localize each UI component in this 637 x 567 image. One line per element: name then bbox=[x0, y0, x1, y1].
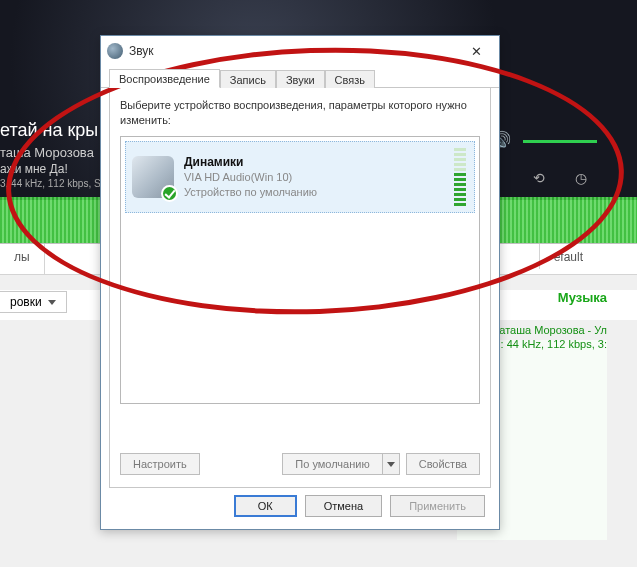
level-meter bbox=[454, 148, 468, 206]
dialog-tabs: Воспроизведение Запись Звуки Связь bbox=[101, 66, 499, 88]
ok-button[interactable]: ОК bbox=[234, 495, 297, 517]
device-item[interactable]: Динамики VIA HD Audio(Win 10) Устройство… bbox=[125, 141, 475, 213]
device-name: Динамики bbox=[184, 154, 317, 170]
track-artist: таша Морозова bbox=[0, 145, 94, 160]
properties-button[interactable]: Свойства bbox=[406, 453, 480, 475]
cancel-button[interactable]: Отмена bbox=[305, 495, 382, 517]
set-default-dropdown[interactable]: По умолчанию bbox=[282, 453, 399, 475]
apply-button[interactable]: Применить bbox=[390, 495, 485, 517]
chevron-down-icon bbox=[48, 300, 56, 305]
playlist-header[interactable]: Музыка bbox=[558, 290, 607, 305]
chevron-down-icon bbox=[387, 462, 395, 467]
tab-comm[interactable]: Связь bbox=[325, 70, 375, 88]
track-title: етай на кры… bbox=[0, 120, 116, 141]
tab-record[interactable]: Запись bbox=[220, 70, 276, 88]
instruction-text: Выберите устройство воспроизведения, пар… bbox=[120, 98, 480, 128]
volume-slider[interactable] bbox=[523, 140, 597, 143]
settings-label: ровки bbox=[10, 295, 42, 309]
check-icon bbox=[161, 185, 178, 202]
sound-dialog: Звук ✕ Воспроизведение Запись Звуки Связ… bbox=[100, 35, 500, 530]
player-tab-default[interactable]: efault bbox=[539, 244, 597, 269]
volume-controls: 🔊 bbox=[489, 130, 597, 152]
speaker-icon bbox=[132, 156, 174, 198]
device-status: Устройство по умолчанию bbox=[184, 185, 317, 200]
device-driver: VIA HD Audio(Win 10) bbox=[184, 170, 317, 185]
playback-panel: Выберите устройство воспроизведения, пар… bbox=[109, 88, 491, 488]
set-default-button[interactable]: По умолчанию bbox=[282, 453, 381, 475]
track-subline: ажи мне Да! bbox=[0, 162, 68, 176]
dialog-title: Звук bbox=[129, 44, 154, 58]
tab-playback[interactable]: Воспроизведение bbox=[109, 69, 220, 88]
settings-dropdown[interactable]: ровки bbox=[0, 291, 67, 313]
sound-icon bbox=[107, 43, 123, 59]
clock-icon[interactable]: ◷ bbox=[575, 170, 587, 186]
close-icon: ✕ bbox=[471, 44, 482, 59]
device-list[interactable]: Динамики VIA HD Audio(Win 10) Устройство… bbox=[120, 136, 480, 404]
tab-sounds[interactable]: Звуки bbox=[276, 70, 325, 88]
player-tab-left[interactable]: лы bbox=[0, 244, 45, 274]
repeat-icon[interactable]: ⟲ bbox=[533, 170, 545, 186]
configure-button[interactable]: Настроить bbox=[120, 453, 200, 475]
dialog-titlebar[interactable]: Звук ✕ bbox=[101, 36, 499, 66]
close-button[interactable]: ✕ bbox=[459, 40, 493, 62]
